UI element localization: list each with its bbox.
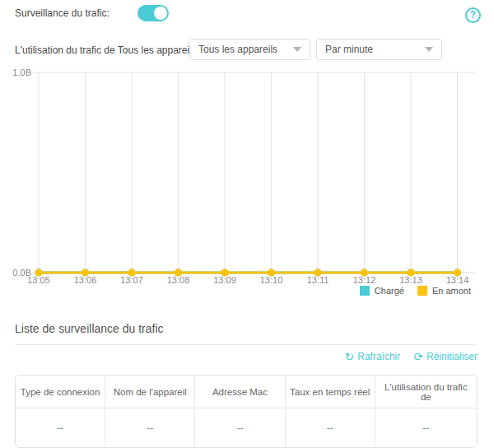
table-cell: -- <box>375 408 477 447</box>
x-tick-label: 13:08 <box>167 275 190 285</box>
legend-item: Chargé <box>360 286 404 296</box>
data-point <box>361 269 368 277</box>
x-tick-label: 13:13 <box>399 275 422 285</box>
reset-icon: ⟳ <box>413 352 423 362</box>
data-point <box>454 269 461 277</box>
refresh-button[interactable]: ↻ Rafraîchir <box>344 351 400 362</box>
refresh-icon: ↻ <box>344 352 354 362</box>
data-point <box>408 269 415 277</box>
y-tick-top: 1.0B <box>12 68 31 77</box>
table-header-cell: L'utilisation du trafic de <box>375 376 477 408</box>
legend-swatch <box>417 286 427 296</box>
table-row: ---------- <box>16 408 477 447</box>
chevron-down-icon <box>293 47 301 52</box>
reset-button[interactable]: ⟳ Réinitialiser <box>413 351 478 362</box>
traffic-monitor-page: Surveillance du trafic: ? L'utilisation … <box>0 0 494 448</box>
x-tick-label: 13:14 <box>446 275 469 285</box>
table-header-cell: Adresse Mac <box>195 376 285 408</box>
refresh-button-label: Rafraîchir <box>357 351 400 362</box>
table-header-cell: Type de connexion <box>16 376 105 408</box>
data-point <box>221 269 229 277</box>
section-divider <box>15 344 478 345</box>
device-select-value: Tous les appareils <box>198 44 277 55</box>
legend-label: Chargé <box>375 286 404 296</box>
table-header-cell: Taux en temps réel <box>286 376 375 408</box>
data-point <box>315 269 322 277</box>
toggle-knob <box>154 7 167 20</box>
help-icon[interactable]: ? <box>465 7 481 23</box>
table-cell: -- <box>16 408 105 447</box>
chart-legend: ChargéEn amont <box>360 286 471 296</box>
table-cell: -- <box>286 408 375 447</box>
traffic-usage-label: L'utilisation du trafic de Tous les appa… <box>15 44 199 56</box>
reset-button-label: Réinitialiser <box>426 351 478 362</box>
traffic-monitor-toggle[interactable] <box>137 5 169 21</box>
table-cell: -- <box>195 408 285 447</box>
device-select[interactable]: Tous les appareils <box>189 39 310 60</box>
legend-swatch <box>360 286 370 296</box>
y-tick-bottom: 0.0B <box>12 268 31 278</box>
x-tick-label: 13:10 <box>260 275 283 285</box>
interval-select[interactable]: Par minute <box>316 39 442 60</box>
data-point <box>128 269 136 277</box>
data-point <box>35 269 43 277</box>
table-header-cell: Nom de l'appareil <box>105 376 195 408</box>
traffic-chart: 13:0513:0613:0713:0813:0913:1013:1113:12… <box>0 66 494 288</box>
data-point <box>175 269 182 277</box>
x-tick-label: 13:12 <box>353 275 376 285</box>
data-point <box>82 269 89 277</box>
x-tick-label: 13:07 <box>120 275 143 285</box>
x-tick-label: 13:06 <box>74 275 97 285</box>
data-point <box>268 269 275 277</box>
x-tick-label: 13:11 <box>307 275 329 285</box>
table-header-row: Type de connexionNom de l'appareilAdress… <box>16 376 477 408</box>
traffic-monitor-toggle-label: Surveillance du trafic: <box>15 7 110 19</box>
table-cell: -- <box>105 408 195 447</box>
traffic-monitor-table: Type de connexionNom de l'appareilAdress… <box>15 375 478 448</box>
interval-select-value: Par minute <box>325 44 373 55</box>
chevron-down-icon <box>425 47 433 52</box>
legend-label: En amont <box>432 286 471 296</box>
list-section-title: Liste de surveillance du trafic <box>15 322 164 335</box>
x-tick-label: 13:09 <box>213 275 236 285</box>
legend-item: En amont <box>417 286 471 296</box>
